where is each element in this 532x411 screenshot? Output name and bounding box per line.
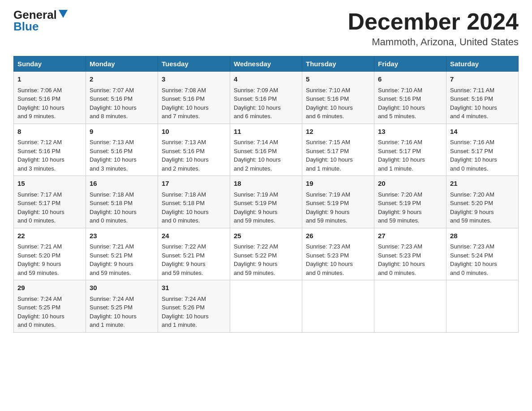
day-info: Sunrise: 7:23 AM Sunset: 5:23 PM Dayligh…	[306, 243, 353, 276]
calendar-cell: 10Sunrise: 7:13 AM Sunset: 5:16 PM Dayli…	[158, 124, 230, 176]
calendar-cell: 8Sunrise: 7:12 AM Sunset: 5:16 PM Daylig…	[14, 124, 86, 176]
calendar-header: SundayMondayTuesdayWednesdayThursdayFrid…	[14, 56, 519, 72]
calendar-cell: 25Sunrise: 7:22 AM Sunset: 5:22 PM Dayli…	[230, 228, 302, 280]
header-cell-wednesday: Wednesday	[230, 56, 302, 72]
calendar-cell: 16Sunrise: 7:18 AM Sunset: 5:18 PM Dayli…	[86, 176, 158, 228]
day-info: Sunrise: 7:16 AM Sunset: 5:17 PM Dayligh…	[450, 139, 497, 172]
calendar-cell	[446, 280, 519, 333]
day-number: 25	[234, 231, 298, 241]
calendar-cell: 17Sunrise: 7:18 AM Sunset: 5:18 PM Dayli…	[158, 176, 230, 228]
week-row: 1Sunrise: 7:06 AM Sunset: 5:16 PM Daylig…	[14, 72, 519, 124]
calendar-body: 1Sunrise: 7:06 AM Sunset: 5:16 PM Daylig…	[14, 72, 519, 333]
header-cell-friday: Friday	[374, 56, 446, 72]
calendar-table: SundayMondayTuesdayWednesdayThursdayFrid…	[13, 56, 519, 333]
day-number: 28	[450, 231, 515, 241]
page-header: General Blue December 2024 Mammoth, Ariz…	[13, 9, 519, 48]
day-info: Sunrise: 7:19 AM Sunset: 5:19 PM Dayligh…	[306, 191, 350, 224]
day-info: Sunrise: 7:20 AM Sunset: 5:20 PM Dayligh…	[450, 191, 494, 224]
logo-general-text: General	[13, 9, 57, 21]
week-row: 29Sunrise: 7:24 AM Sunset: 5:25 PM Dayli…	[14, 280, 519, 333]
day-number: 23	[90, 231, 154, 241]
day-number: 21	[450, 179, 515, 189]
day-number: 10	[162, 127, 226, 137]
day-number: 31	[162, 283, 226, 293]
logo: General Blue	[13, 9, 68, 32]
day-info: Sunrise: 7:22 AM Sunset: 5:21 PM Dayligh…	[162, 243, 206, 276]
logo-triangle-icon	[59, 10, 68, 18]
day-number: 18	[234, 179, 298, 189]
calendar-cell: 9Sunrise: 7:13 AM Sunset: 5:16 PM Daylig…	[86, 124, 158, 176]
day-info: Sunrise: 7:14 AM Sunset: 5:16 PM Dayligh…	[234, 139, 281, 172]
day-number: 27	[378, 231, 442, 241]
header-cell-tuesday: Tuesday	[158, 56, 230, 72]
day-number: 13	[378, 127, 442, 137]
calendar-cell: 1Sunrise: 7:06 AM Sunset: 5:16 PM Daylig…	[14, 72, 86, 124]
day-info: Sunrise: 7:20 AM Sunset: 5:19 PM Dayligh…	[378, 191, 422, 224]
header-cell-saturday: Saturday	[446, 56, 519, 72]
day-number: 17	[162, 179, 226, 189]
day-info: Sunrise: 7:17 AM Sunset: 5:17 PM Dayligh…	[17, 191, 64, 224]
day-number: 12	[306, 127, 370, 137]
week-row: 8Sunrise: 7:12 AM Sunset: 5:16 PM Daylig…	[14, 124, 519, 176]
week-row: 22Sunrise: 7:21 AM Sunset: 5:20 PM Dayli…	[14, 228, 519, 280]
day-number: 7	[450, 74, 515, 85]
day-info: Sunrise: 7:08 AM Sunset: 5:16 PM Dayligh…	[162, 87, 209, 120]
day-number: 15	[17, 179, 82, 189]
day-number: 30	[90, 283, 154, 293]
calendar-cell: 28Sunrise: 7:23 AM Sunset: 5:24 PM Dayli…	[446, 228, 519, 280]
header-cell-sunday: Sunday	[14, 56, 86, 72]
calendar-cell: 27Sunrise: 7:23 AM Sunset: 5:23 PM Dayli…	[374, 228, 446, 280]
day-number: 22	[17, 231, 82, 241]
header-row: SundayMondayTuesdayWednesdayThursdayFrid…	[14, 56, 519, 72]
day-info: Sunrise: 7:13 AM Sunset: 5:16 PM Dayligh…	[162, 139, 209, 172]
day-info: Sunrise: 7:10 AM Sunset: 5:16 PM Dayligh…	[378, 87, 425, 120]
day-number: 3	[162, 74, 226, 85]
day-number: 11	[234, 127, 298, 137]
day-number: 5	[306, 74, 370, 85]
calendar-cell: 6Sunrise: 7:10 AM Sunset: 5:16 PM Daylig…	[374, 72, 446, 124]
calendar-cell: 15Sunrise: 7:17 AM Sunset: 5:17 PM Dayli…	[14, 176, 86, 228]
calendar-cell: 7Sunrise: 7:11 AM Sunset: 5:16 PM Daylig…	[446, 72, 519, 124]
calendar-cell: 4Sunrise: 7:09 AM Sunset: 5:16 PM Daylig…	[230, 72, 302, 124]
day-number: 9	[90, 127, 154, 137]
title-block: December 2024 Mammoth, Arizona, United S…	[348, 9, 519, 48]
calendar-cell: 3Sunrise: 7:08 AM Sunset: 5:16 PM Daylig…	[158, 72, 230, 124]
day-info: Sunrise: 7:22 AM Sunset: 5:22 PM Dayligh…	[234, 243, 278, 276]
calendar-cell	[374, 280, 446, 333]
day-info: Sunrise: 7:23 AM Sunset: 5:23 PM Dayligh…	[378, 243, 425, 276]
day-info: Sunrise: 7:19 AM Sunset: 5:19 PM Dayligh…	[234, 191, 278, 224]
day-info: Sunrise: 7:23 AM Sunset: 5:24 PM Dayligh…	[450, 243, 497, 276]
day-info: Sunrise: 7:18 AM Sunset: 5:18 PM Dayligh…	[162, 191, 209, 224]
calendar-cell: 11Sunrise: 7:14 AM Sunset: 5:16 PM Dayli…	[230, 124, 302, 176]
calendar-cell: 23Sunrise: 7:21 AM Sunset: 5:21 PM Dayli…	[86, 228, 158, 280]
day-info: Sunrise: 7:16 AM Sunset: 5:17 PM Dayligh…	[378, 139, 425, 172]
day-number: 20	[378, 179, 442, 189]
calendar-cell	[302, 280, 374, 333]
calendar-cell: 24Sunrise: 7:22 AM Sunset: 5:21 PM Dayli…	[158, 228, 230, 280]
day-info: Sunrise: 7:12 AM Sunset: 5:16 PM Dayligh…	[17, 139, 64, 172]
day-number: 16	[90, 179, 154, 189]
week-row: 15Sunrise: 7:17 AM Sunset: 5:17 PM Dayli…	[14, 176, 519, 228]
logo-blue-text: Blue	[13, 21, 39, 32]
day-info: Sunrise: 7:24 AM Sunset: 5:25 PM Dayligh…	[17, 295, 64, 329]
calendar-cell: 13Sunrise: 7:16 AM Sunset: 5:17 PM Dayli…	[374, 124, 446, 176]
calendar-cell: 21Sunrise: 7:20 AM Sunset: 5:20 PM Dayli…	[446, 176, 519, 228]
header-cell-monday: Monday	[86, 56, 158, 72]
day-number: 14	[450, 127, 515, 137]
day-info: Sunrise: 7:06 AM Sunset: 5:16 PM Dayligh…	[17, 87, 64, 120]
calendar-cell: 14Sunrise: 7:16 AM Sunset: 5:17 PM Dayli…	[446, 124, 519, 176]
day-number: 4	[234, 74, 298, 85]
calendar-cell: 26Sunrise: 7:23 AM Sunset: 5:23 PM Dayli…	[302, 228, 374, 280]
location-title: Mammoth, Arizona, United States	[348, 36, 519, 48]
day-number: 8	[17, 127, 82, 137]
calendar-cell: 22Sunrise: 7:21 AM Sunset: 5:20 PM Dayli…	[14, 228, 86, 280]
day-info: Sunrise: 7:10 AM Sunset: 5:16 PM Dayligh…	[306, 87, 353, 120]
month-title: December 2024	[348, 9, 519, 34]
calendar-cell: 5Sunrise: 7:10 AM Sunset: 5:16 PM Daylig…	[302, 72, 374, 124]
day-info: Sunrise: 7:09 AM Sunset: 5:16 PM Dayligh…	[234, 87, 281, 120]
day-number: 24	[162, 231, 226, 241]
day-number: 1	[17, 74, 82, 85]
day-number: 29	[17, 283, 82, 293]
calendar-cell: 18Sunrise: 7:19 AM Sunset: 5:19 PM Dayli…	[230, 176, 302, 228]
day-number: 19	[306, 179, 370, 189]
